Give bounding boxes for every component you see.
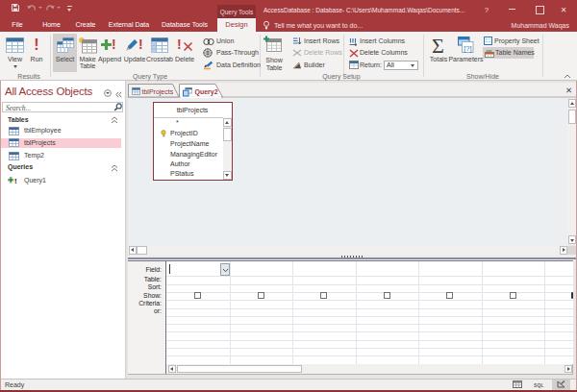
- svg-text:[?]: [?]: [464, 44, 471, 53]
- svg-text:!: !: [14, 177, 17, 184]
